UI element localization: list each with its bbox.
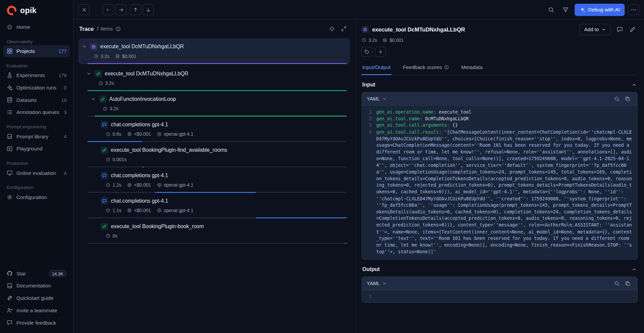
span-tags (362, 47, 638, 57)
yaml-colon: : (439, 129, 444, 135)
filter-button[interactable] (560, 4, 571, 15)
span-header-actions: Add to (580, 24, 638, 35)
edit-button[interactable] (627, 24, 638, 35)
timeline-track (88, 243, 347, 244)
arrow-right-icon (118, 7, 124, 12)
trace-row-chat-completions-gpt-4-1[interactable]: chat.completions gpt-4.10.8s<$0.001opena… (78, 117, 350, 142)
chat-icon (102, 173, 107, 178)
timeline-bar (88, 63, 347, 64)
output-code: 1 (362, 291, 638, 303)
chevron-down-icon (382, 281, 387, 286)
sidebar-item-invite-a-teammate[interactable]: Invite a teammate (3, 305, 70, 317)
trace-row-chat-completions-gpt-4-1[interactable]: chat.completions gpt-4.11.1s<$0.001opena… (78, 193, 350, 218)
prev-trace-button[interactable] (103, 4, 114, 15)
trace-panel-title: Trace (79, 26, 94, 32)
sidebar: opik HomeObservabilityProjects177Evaluat… (0, 0, 73, 333)
chat-icon (102, 122, 107, 127)
playground-icon (7, 146, 13, 152)
input-code: 1gen_ai.operation.name: execute_tool2gen… (362, 106, 638, 260)
code-text: gen_ai.tool.call.arguments: {} (376, 122, 634, 129)
sidebar-item-playground[interactable]: Playground (3, 143, 70, 155)
output-section-header[interactable]: Output (362, 266, 637, 272)
tab-label: Metadata (461, 64, 483, 70)
sidebar-item-optimization-runs[interactable]: Optimization runs0 (3, 82, 70, 94)
code-text: gen_ai.operation.name: execute_tool (376, 109, 634, 116)
trace-row-execute-tool-bookingplugin-find-available-rooms[interactable]: execute_tool BookingPlugin-find_availabl… (78, 142, 350, 168)
trace-row-execute-tool-dcmtudnxhgallbqr[interactable]: execute_tool DcMTuDNxhgaLLbQR3.2s (78, 66, 350, 91)
down-span-button[interactable] (143, 4, 154, 15)
expand-tree-button[interactable] (338, 23, 349, 34)
home-icon (7, 24, 13, 30)
trace-row-execute-tool-dcmtudnxhgallbqr[interactable]: execute_tool DcMTuDNxhgaLLbQR3.2s$0.001 (78, 39, 350, 64)
search-button[interactable] (546, 4, 557, 15)
span-detail-header: execute_tool DcMTuDNxhgaLLbQR Add to (362, 20, 638, 38)
sidebar-item-online-evaluation[interactable]: Online evaluation4 (3, 167, 70, 179)
input-section-title: Input (362, 82, 375, 88)
opik-logo[interactable]: opik (0, 0, 73, 20)
tab-metadata[interactable]: Metadata (461, 61, 484, 75)
output-code-header: YAML (362, 277, 638, 290)
input-copy-button[interactable] (623, 94, 632, 104)
focus-trace-button[interactable] (326, 23, 337, 34)
output-format-select[interactable]: YAML (367, 281, 387, 286)
input-section-header[interactable]: Input (362, 82, 637, 88)
trace-row-chat-completions-gpt-4-1[interactable]: chat.completions gpt-4.11.2s<$0.001opena… (78, 168, 350, 193)
up-span-button[interactable] (130, 4, 141, 15)
sidebar-item-home[interactable]: Home (3, 21, 70, 33)
coins-icon (115, 54, 120, 59)
sidebar-item-annotation-queues[interactable]: Annotation queues3 (3, 106, 70, 118)
output-search-button[interactable] (612, 279, 622, 288)
library-icon (7, 133, 13, 139)
sidebar-item-quickstart-guide[interactable]: Quickstart guide (3, 292, 70, 304)
sidebar-item-star[interactable]: Star14.3K (3, 267, 70, 279)
yaml-colon: : (420, 116, 425, 122)
sidebar-item-experiments[interactable]: Experiments179 (3, 69, 70, 81)
input-search-button[interactable] (612, 94, 622, 104)
trace-item-cost-value: <$0.001 (134, 182, 151, 187)
timeline-bar (95, 116, 347, 116)
tab-feedback-scores[interactable]: Feedback scores (402, 61, 450, 75)
timeline-track (88, 166, 347, 167)
add-tag-button[interactable] (375, 47, 386, 57)
chevron-up-icon (631, 267, 637, 272)
tag-icon (364, 49, 370, 54)
link-icon (102, 224, 107, 229)
close-button[interactable] (78, 4, 90, 15)
sidebar-item-configuration[interactable]: Configuration (3, 191, 70, 203)
comments-button[interactable] (614, 24, 625, 35)
input-format-select[interactable]: YAML (367, 96, 387, 102)
sidebar-item-provide-feedback[interactable]: Provide feedback (3, 317, 70, 329)
opik-logo-icon (7, 5, 17, 16)
span-type-icon (362, 26, 369, 33)
code-line: 1 (365, 294, 634, 301)
trace-row-autofunctioninvocationloop[interactable]: AutoFunctionInvocationLoop3.2s (78, 91, 350, 117)
prev-next-group (103, 4, 126, 15)
output-code-box: YAML 1 (362, 277, 638, 303)
line-number: 3 (365, 122, 372, 129)
sidebar-item-datasets[interactable]: Datasets19 (3, 94, 70, 106)
ai-sparkle-icon (580, 7, 585, 12)
user-plus-icon (7, 307, 13, 313)
sidebar-nav: HomeObservabilityProjects177EvaluationEx… (0, 20, 73, 265)
sidebar-item-prompt-library[interactable]: Prompt library4 (3, 130, 70, 142)
tags-button[interactable] (362, 47, 373, 57)
arrow-left-icon (105, 7, 111, 12)
clock-icon (103, 106, 108, 111)
trace-row-execute-tool-bookingplugin-book-room[interactable]: execute_tool BookingPlugin-book_room0s (78, 218, 350, 244)
star-count-badge: 14.3K (49, 270, 66, 277)
yaml-colon: : (447, 123, 452, 128)
tab-input-output[interactable]: Input/Output (362, 61, 391, 75)
add-to-button[interactable]: Add to (580, 24, 611, 35)
debug-with-ai-button[interactable]: Debug with AI (575, 3, 625, 16)
more-options-button[interactable] (628, 4, 639, 15)
trace-item-cost: <$0.001 (127, 208, 151, 213)
sidebar-item-projects[interactable]: Projects177 (3, 45, 70, 57)
openai-icon (157, 131, 162, 136)
next-trace-button[interactable] (115, 4, 126, 15)
output-copy-button[interactable] (623, 279, 632, 288)
sidebar-item-documentation[interactable]: Documentation (3, 280, 70, 292)
sidebar-item-label: Documentation (16, 283, 51, 288)
span-duration: 3.2s (362, 38, 377, 43)
coins-icon (127, 182, 132, 187)
openai-icon (157, 208, 162, 213)
